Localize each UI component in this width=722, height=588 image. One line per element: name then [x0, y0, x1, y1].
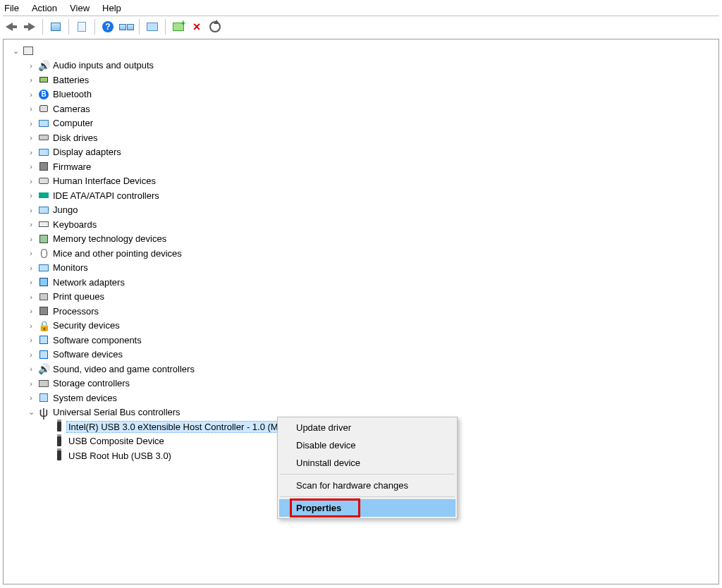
tree-node[interactable]: ›🔊Audio inputs and outputs: [6, 59, 718, 73]
tree-node-label[interactable]: Software components: [51, 335, 143, 345]
tree-node[interactable]: ›Monitors: [6, 261, 718, 276]
tree-node[interactable]: ›Human Interface Devices: [6, 174, 718, 189]
device-tree[interactable]: ⌄›🔊Audio inputs and outputs›Batteries›BB…: [4, 39, 718, 467]
tree-node[interactable]: ›BBluetooth: [6, 87, 718, 102]
tree-node-label[interactable]: Bluetooth: [51, 89, 93, 99]
tree-node-label[interactable]: Mice and other pointing devices: [51, 248, 183, 259]
tree-node-label[interactable]: Sound, video and game controllers: [51, 364, 196, 374]
tree-node-label[interactable]: USB Root Hub (USB 3.0): [67, 451, 173, 461]
expand-icon[interactable]: ›: [26, 321, 36, 331]
tree-node-label[interactable]: USB Composite Device: [67, 436, 166, 446]
expand-icon[interactable]: ›: [26, 335, 36, 345]
context-menu[interactable]: Update driverDisable deviceUninstall dev…: [277, 417, 458, 519]
tree-node[interactable]: ›Computer: [6, 116, 718, 131]
tree-node[interactable]: ›Software devices: [6, 348, 718, 362]
context-menu-item-disable-device[interactable]: Disable device: [279, 436, 455, 454]
expand-icon[interactable]: ›: [26, 147, 36, 157]
tree-node[interactable]: ›Cameras: [6, 102, 718, 116]
tree-node-label[interactable]: Intel(R) USB 3.0 eXtensible Host Control…: [67, 422, 280, 432]
expand-icon[interactable]: ›: [26, 90, 36, 99]
tree-node[interactable]: ›Network adapters: [6, 275, 718, 290]
tree-node[interactable]: ›IDE ATA/ATAPI controllers: [6, 188, 718, 203]
tree-node-label[interactable]: System devices: [51, 393, 118, 403]
tree-node-label[interactable]: Firmware: [51, 161, 92, 172]
context-menu-item-scan-for-hardware-changes[interactable]: Scan for hardware changes: [279, 477, 455, 494]
tree-node-label[interactable]: Cameras: [51, 104, 92, 114]
tree-node-label[interactable]: Processors: [51, 306, 100, 317]
tree-node[interactable]: ›Processors: [6, 304, 718, 319]
collapse-icon[interactable]: ⌄: [26, 408, 36, 417]
tree-node-label[interactable]: Security devices: [51, 320, 121, 331]
expand-icon[interactable]: ›: [26, 364, 36, 374]
expand-icon[interactable]: ›: [26, 248, 36, 258]
show-hide-console-icon[interactable]: [47, 18, 64, 35]
context-menu-item-update-driver[interactable]: Update driver: [279, 419, 455, 436]
expand-icon[interactable]: ›: [26, 277, 36, 287]
expand-icon[interactable]: ›: [26, 61, 36, 71]
tree-node-label[interactable]: Storage controllers: [51, 378, 131, 388]
tree-node[interactable]: ⌄: [6, 44, 718, 59]
tree-node-label[interactable]: Memory technology devices: [51, 233, 168, 244]
nav-back-icon[interactable]: [3, 18, 20, 35]
tree-node[interactable]: ›Print queues: [6, 290, 718, 305]
tree-node[interactable]: ›Keyboards: [6, 217, 718, 232]
tree-node-label[interactable]: Human Interface Devices: [51, 176, 157, 186]
expand-icon[interactable]: ›: [26, 104, 36, 114]
tree-node-label[interactable]: Network adapters: [51, 277, 126, 288]
tree-node-label[interactable]: Keyboards: [51, 219, 98, 230]
action-center-icon[interactable]: [118, 18, 135, 35]
expand-icon[interactable]: ›: [26, 75, 36, 85]
tree-node-label[interactable]: Software devices: [51, 349, 124, 360]
tree-node[interactable]: ›Disk drives: [6, 130, 718, 145]
nav-forward-icon[interactable]: [21, 18, 38, 35]
collapse-icon[interactable]: ⌄: [11, 46, 20, 56]
menu-file[interactable]: File: [4, 3, 19, 13]
tree-node[interactable]: ›🔊Sound, video and game controllers: [6, 362, 718, 376]
add-hardware-icon[interactable]: +: [170, 18, 187, 35]
menu-view[interactable]: View: [70, 3, 90, 13]
tree-node[interactable]: ›Mice and other pointing devices: [6, 246, 718, 261]
expand-icon[interactable]: ›: [26, 161, 36, 171]
tree-node-label[interactable]: Display adapters: [51, 147, 123, 157]
context-menu-item-uninstall-device[interactable]: Uninstall device: [279, 454, 455, 472]
menu-action[interactable]: Action: [32, 3, 57, 13]
expand-icon[interactable]: ›: [26, 133, 36, 142]
tree-node-label[interactable]: Computer: [51, 118, 94, 128]
tree-node-label[interactable]: Batteries: [51, 75, 90, 85]
context-menu-item-properties[interactable]: Properties: [279, 499, 455, 517]
tree-node[interactable]: ›Display adapters: [6, 145, 718, 160]
expand-icon[interactable]: ›: [26, 176, 36, 186]
tree-node-label[interactable]: Universal Serial Bus controllers: [51, 407, 182, 417]
expand-icon[interactable]: ›: [26, 219, 36, 229]
tree-node[interactable]: ›Jungo: [6, 203, 718, 218]
expand-icon[interactable]: ›: [26, 118, 36, 128]
expand-icon[interactable]: ›: [26, 350, 36, 360]
help-icon[interactable]: ?: [99, 18, 116, 35]
refresh-icon[interactable]: [207, 18, 224, 35]
tree-node-label[interactable]: Monitors: [51, 262, 90, 273]
menu-help[interactable]: Help: [102, 3, 121, 13]
tree-node[interactable]: ›System devices: [6, 391, 718, 405]
expand-icon[interactable]: ›: [26, 379, 36, 388]
tree-node-label[interactable]: IDE ATA/ATAPI controllers: [51, 190, 161, 201]
expand-icon[interactable]: ›: [26, 205, 36, 215]
tree-node-label[interactable]: Jungo: [51, 204, 79, 215]
tree-node[interactable]: ›Firmware: [6, 159, 718, 174]
expand-icon[interactable]: ›: [26, 292, 36, 302]
expand-icon[interactable]: ›: [26, 234, 36, 244]
tree-node-label[interactable]: Print queues: [51, 291, 106, 302]
tree-node[interactable]: ›Software components: [6, 333, 718, 348]
tree-node-label[interactable]: Audio inputs and outputs: [51, 60, 155, 71]
expand-icon[interactable]: ›: [26, 306, 36, 316]
expand-icon[interactable]: ›: [26, 263, 36, 273]
expand-icon[interactable]: ›: [26, 393, 36, 403]
tree-node[interactable]: ›Batteries: [6, 73, 718, 87]
tree-node-label[interactable]: Disk drives: [51, 133, 99, 143]
properties-icon[interactable]: [73, 18, 90, 35]
tree-node[interactable]: ›Storage controllers: [6, 376, 718, 391]
monitor-icon[interactable]: [144, 18, 161, 35]
expand-icon[interactable]: ›: [26, 190, 36, 200]
tree-node[interactable]: ›🔒Security devices: [6, 319, 718, 333]
remove-icon[interactable]: ×: [188, 18, 205, 35]
tree-node[interactable]: ›Memory technology devices: [6, 232, 718, 247]
